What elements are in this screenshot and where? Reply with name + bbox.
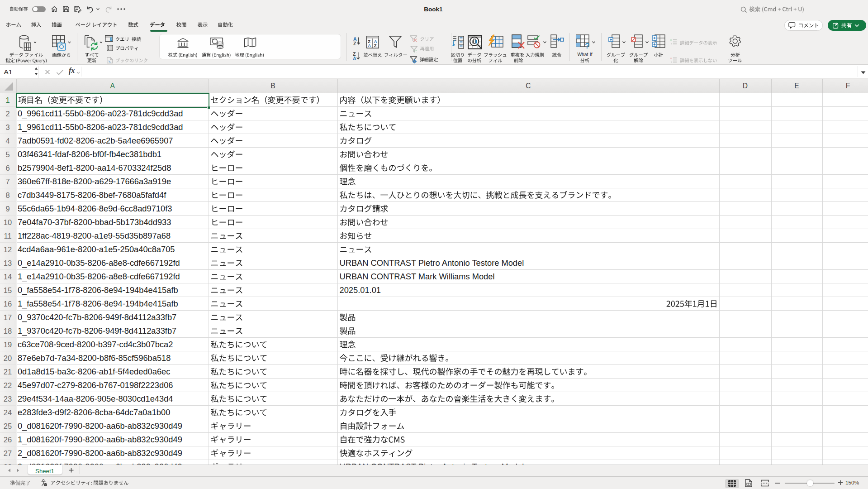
svg-text:A: A — [353, 56, 356, 61]
svg-text:A: A — [368, 43, 371, 48]
svg-text:Z: Z — [374, 43, 376, 48]
svg-text:Z: Z — [353, 41, 356, 46]
svg-text:?: ? — [585, 42, 589, 49]
